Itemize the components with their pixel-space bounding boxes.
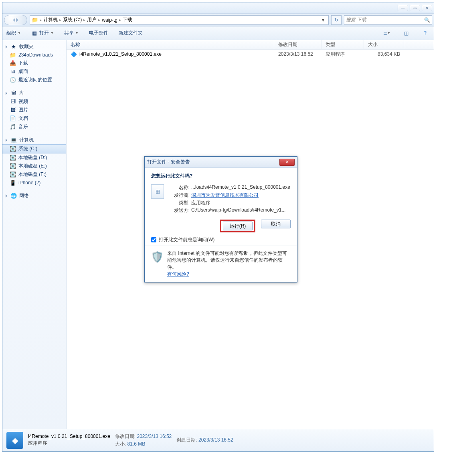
address-bar[interactable]: 📁 ▸ 计算机 ▸ 系统 (C:) ▸ 用户 ▸ waip-tg ▸ 下载 ▾ (30, 15, 329, 25)
chevron-down-icon: ▼ (75, 31, 79, 35)
detail-type: 应用程序 (191, 200, 290, 206)
sidebar-item-system-c[interactable]: 💽系统 (C:) (2, 144, 66, 153)
col-date[interactable]: 修改日期 (274, 40, 321, 49)
chevron-right-icon: ▸ (98, 18, 100, 22)
breadcrumb[interactable]: 下载 (123, 16, 132, 23)
refresh-button[interactable]: ↻ (331, 15, 342, 25)
breadcrumb[interactable]: 用户 (87, 16, 97, 23)
email-button[interactable]: 电子邮件 (89, 30, 108, 36)
detail-from: C:\Users\waip-tg\Downloads\i4Remote_v1..… (191, 207, 290, 213)
downloads-icon: 📥 (10, 60, 16, 67)
breadcrumb[interactable]: 系统 (C:) (63, 16, 82, 23)
sidebar-item[interactable]: 📱iPhone (2) (2, 179, 66, 187)
minimize-button[interactable]: — (398, 5, 408, 11)
risk-link[interactable]: 有何风险? (167, 271, 189, 277)
favorites-header[interactable]: ★收藏夹 (2, 42, 66, 51)
folder-icon: 📁 (32, 17, 38, 23)
sidebar-item[interactable]: 💽本地磁盘 (E:) (2, 162, 66, 170)
document-icon: 📄 (10, 115, 16, 122)
divider (145, 246, 297, 246)
address-dropdown-icon[interactable]: ▾ (319, 17, 327, 23)
window-titlebar: — ▭ ✕ (2, 2, 434, 14)
col-size[interactable]: 大小 (364, 40, 404, 49)
network-header[interactable]: 🌐网络 (2, 192, 66, 200)
warning-text: 来自 Internet 的文件可能对您有所帮助，但此文件类型可能危害您的计算机。… (167, 250, 287, 270)
always-ask-input[interactable] (151, 237, 156, 242)
sidebar-item[interactable]: 📄文档 (2, 114, 66, 123)
open-button[interactable]: ▦ 打开▼ (31, 30, 54, 36)
preview-pane-button[interactable]: ◫ (402, 30, 410, 37)
library-icon: 🏛 (10, 90, 17, 97)
file-large-icon: ◆ (6, 432, 23, 449)
recent-icon: 🕓 (10, 77, 16, 83)
sidebar-item[interactable]: 🕓最近访问的位置 (2, 76, 66, 84)
exe-icon: 🔷 (71, 51, 77, 57)
nav-tree: ★收藏夹 📁2345Downloads 📥下载 🖥桌面 🕓最近访问的位置 🏛库 … (2, 40, 67, 429)
chevron-right-icon: ▸ (119, 18, 121, 22)
search-input[interactable]: 搜索 下载 🔍 (344, 15, 432, 25)
breadcrumb[interactable]: 计算机 (43, 16, 58, 23)
computer-icon: 💻 (10, 137, 17, 143)
detail-name: ...loads\i4Remote_v1.0.21_Setup_800001.e… (191, 184, 290, 190)
chevron-right-icon: ▸ (40, 18, 42, 22)
breadcrumb[interactable]: waip-tg (102, 17, 117, 23)
view-options-button[interactable]: ≣ ▼ (382, 30, 391, 37)
run-button-highlight: 运行(R) (220, 220, 255, 232)
column-headers: 名称 修改日期 类型 大小 (67, 40, 434, 50)
new-folder-button[interactable]: 新建文件夹 (119, 30, 143, 36)
always-ask-checkbox[interactable]: 打开此文件前总是询问(W) (151, 236, 291, 243)
chevron-down-icon: ▼ (18, 31, 21, 35)
search-placeholder: 搜索 下载 (346, 16, 366, 23)
organize-menu[interactable]: 组织▼ (6, 30, 21, 36)
sidebar-item[interactable]: 💽本地磁盘 (F:) (2, 170, 66, 179)
file-row[interactable]: 🔷i4Remote_v1.0.21_Setup_800001.exe 2023/… (67, 50, 434, 58)
forward-icon (16, 18, 18, 22)
search-icon: 🔍 (424, 17, 430, 23)
file-details: 名称: ...loads\i4Remote_v1.0.21_Setup_8000… (169, 184, 290, 214)
chevron-down-icon: ▼ (51, 31, 54, 35)
computer-header[interactable]: 💻计算机 (2, 136, 66, 144)
video-icon: 🎞 (10, 99, 16, 105)
music-icon: 🎵 (10, 124, 16, 130)
network-icon: 🌐 (10, 193, 17, 199)
shield-warning-icon: 🛡️ (151, 250, 163, 264)
sidebar-item[interactable]: 📥下载 (2, 59, 66, 67)
file-type: 应用程序 (28, 440, 110, 447)
details-pane: ◆ i4Remote_v1.0.21_Setup_800001.exe 应用程序… (2, 429, 434, 451)
security-warning-dialog: 打开文件 - 安全警告 ✕ 您想运行此文件吗? ▦ 名称: ...loads\i… (144, 156, 297, 282)
expand-icon (6, 139, 7, 142)
dialog-close-button[interactable]: ✕ (279, 159, 295, 166)
nav-back-forward[interactable] (4, 15, 27, 25)
libraries-header[interactable]: 🏛库 (2, 89, 66, 97)
close-window-button[interactable]: ✕ (422, 5, 432, 11)
sidebar-item[interactable]: 💽本地磁盘 (D:) (2, 153, 66, 162)
back-icon (13, 18, 15, 22)
expand-icon (6, 194, 7, 198)
dialog-title: 打开文件 - 安全警告 (147, 159, 190, 165)
drive-icon: 💽 (10, 171, 16, 178)
application-icon: ▦ (151, 184, 164, 199)
col-name[interactable]: 名称 (67, 40, 274, 49)
run-button[interactable]: 运行(R) (223, 222, 253, 230)
drive-icon: 💽 (10, 146, 16, 152)
expand-icon (6, 45, 7, 48)
star-icon: ★ (10, 44, 17, 50)
share-menu[interactable]: 共享▼ (64, 30, 79, 36)
dialog-titlebar: 打开文件 - 安全警告 ✕ (145, 157, 297, 168)
publisher-link[interactable]: 深圳市为爱普信息技术有限公司 (191, 192, 290, 199)
cancel-button[interactable]: 取消 (261, 220, 291, 228)
sidebar-item[interactable]: 🎵音乐 (2, 123, 66, 131)
sidebar-item[interactable]: 🎞视频 (2, 97, 66, 106)
open-icon: ▦ (31, 30, 38, 36)
sidebar-item[interactable]: 🖼图片 (2, 106, 66, 114)
help-button[interactable]: ？ (421, 30, 430, 37)
expand-icon (6, 92, 7, 95)
col-type[interactable]: 类型 (321, 40, 364, 49)
dialog-question: 您想运行此文件吗? (151, 173, 291, 180)
file-name: i4Remote_v1.0.21_Setup_800001.exe (28, 434, 110, 439)
maximize-button[interactable]: ▭ (410, 5, 420, 11)
sidebar-item[interactable]: 📁2345Downloads (2, 51, 66, 59)
sidebar-item[interactable]: 🖥桌面 (2, 67, 66, 76)
image-icon: 🖼 (10, 107, 16, 113)
desktop-icon: 🖥 (10, 69, 16, 75)
